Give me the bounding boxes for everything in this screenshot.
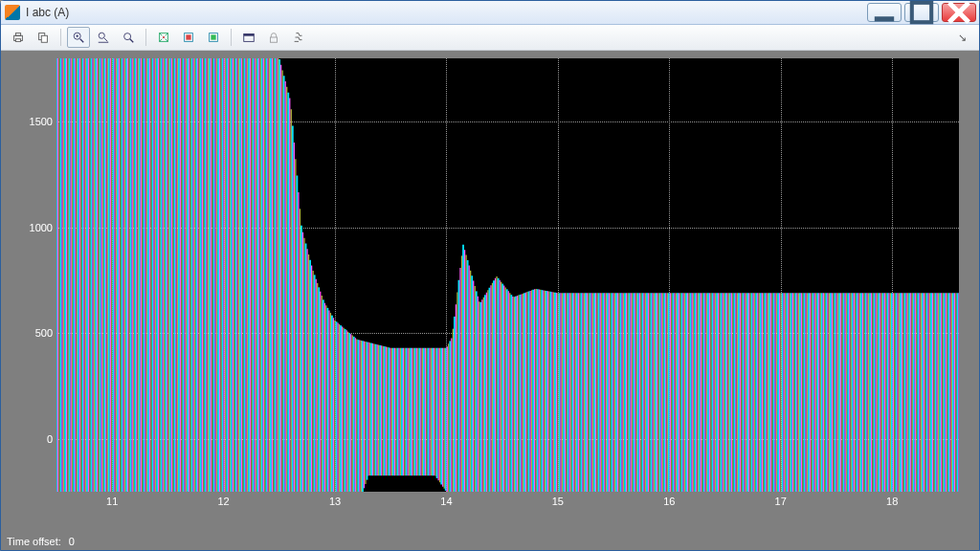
- toolbar-separator: [231, 29, 232, 46]
- minimize-button[interactable]: [867, 3, 902, 22]
- autoscale-button[interactable]: [152, 27, 175, 48]
- window-buttons: [867, 1, 979, 24]
- svg-point-19: [163, 36, 165, 38]
- copy-figure-button[interactable]: [32, 27, 55, 48]
- x-tick-label: 11: [106, 496, 118, 507]
- toolbar-separator: [145, 29, 146, 46]
- svg-rect-647: [368, 475, 435, 492]
- svg-rect-25: [244, 34, 255, 36]
- time-offset-value: 0: [69, 536, 75, 547]
- y-tick-label: 1500: [30, 116, 53, 127]
- print-button[interactable]: [7, 27, 30, 48]
- toolbar: ↘: [1, 25, 979, 51]
- scope-axes-area[interactable]: 1112131415161718050010001500: [9, 58, 971, 525]
- maximize-button[interactable]: [904, 3, 939, 22]
- svg-line-10: [80, 39, 84, 43]
- scope-plot-wrapper: 1112131415161718050010001500 Time offset…: [1, 51, 979, 550]
- parameters-button[interactable]: [287, 27, 310, 48]
- x-tick-label: 15: [552, 496, 564, 507]
- status-bar: Time offset: 0: [1, 533, 979, 550]
- x-tick-label: 12: [218, 496, 230, 507]
- titlebar: I abc (A): [1, 1, 979, 25]
- svg-line-17: [130, 39, 134, 43]
- svg-rect-23: [211, 34, 215, 39]
- scope-window: I abc (A) ↘ 1112131415161718050010001500…: [0, 0, 980, 551]
- y-tick-label: 500: [35, 327, 53, 339]
- y-tick-label: 1000: [30, 222, 53, 233]
- x-tick-label: 18: [886, 496, 898, 507]
- x-tick-label: 17: [775, 496, 787, 507]
- toolbar-separator: [60, 29, 61, 46]
- zoom-in-button[interactable]: [67, 27, 90, 48]
- window-title: I abc (A): [26, 6, 69, 19]
- svg-line-14: [104, 38, 108, 42]
- scope-axes[interactable]: [56, 58, 959, 492]
- y-tick-label: 0: [47, 433, 53, 445]
- x-tick-label: 13: [329, 496, 341, 507]
- matlab-logo-icon: [5, 5, 20, 20]
- svg-point-13: [99, 33, 104, 38]
- svg-rect-5: [15, 33, 20, 36]
- svg-rect-6: [15, 39, 20, 42]
- time-offset-label: Time offset:: [7, 536, 61, 547]
- close-button[interactable]: [942, 3, 976, 22]
- x-tick-label: 14: [440, 496, 452, 507]
- float-button[interactable]: [237, 27, 260, 48]
- zoom-x-button[interactable]: [92, 27, 115, 48]
- svg-rect-1: [912, 3, 931, 22]
- signal-svg: [56, 58, 959, 492]
- svg-rect-26: [271, 37, 278, 42]
- lock-button[interactable]: [262, 27, 285, 48]
- svg-rect-8: [41, 35, 47, 42]
- svg-point-16: [124, 33, 131, 40]
- dropdown-indicator-icon[interactable]: ↘: [950, 27, 973, 48]
- save-axes-button[interactable]: [177, 27, 200, 48]
- zoom-y-button[interactable]: [117, 27, 140, 48]
- svg-rect-21: [186, 34, 190, 39]
- restore-axes-button[interactable]: [202, 27, 225, 48]
- x-tick-label: 16: [663, 496, 675, 507]
